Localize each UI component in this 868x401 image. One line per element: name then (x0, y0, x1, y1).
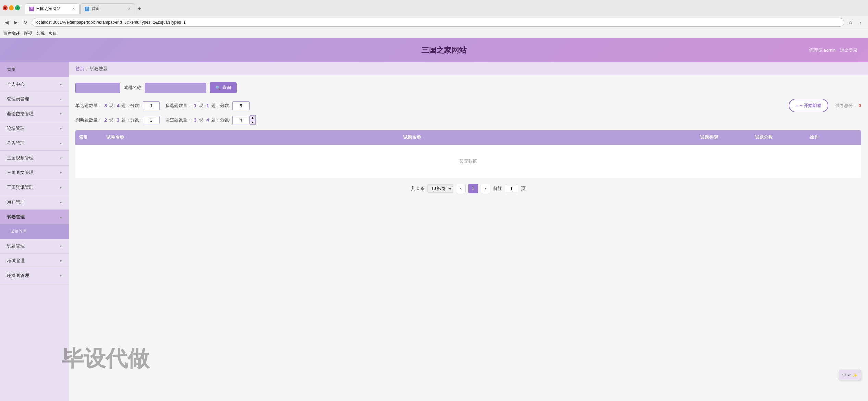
th-index-label: 索引 (79, 134, 88, 141)
tab-title-1: 三国之家网站 (36, 6, 61, 12)
menu-btn[interactable]: ⋮ (857, 19, 865, 26)
chevron-user: ▾ (60, 200, 62, 204)
sidebar-question-label: 试题管理 (7, 243, 25, 249)
sidebar-item-test[interactable]: 考试管理 ▾ (0, 254, 69, 268)
close-btn[interactable]: ✕ (3, 5, 8, 10)
sidebar-item-personal[interactable]: 个人中心 ▾ (0, 77, 69, 92)
filter-name-input[interactable] (145, 83, 206, 93)
chevron-admin: ▾ (60, 97, 62, 101)
multi-stat: 多选题数量： 1 现: 1 题；分数: (165, 101, 250, 110)
chevron-news: ▾ (60, 186, 62, 190)
sidebar-exam-sub: 试卷管理 (0, 224, 69, 239)
th-index: 索引 (75, 130, 103, 145)
sidebar-item-exam-mgmt[interactable]: 试卷管理 (0, 224, 69, 239)
start-compose-label: + 开始组卷 (800, 102, 821, 109)
next-page-btn[interactable]: › (481, 184, 490, 193)
sidebar-exam-label: 试卷管理 (7, 214, 25, 220)
query-button[interactable]: 🔍 查询 (210, 82, 237, 93)
filter-category-input[interactable] (75, 83, 120, 93)
page-unit: 页 (521, 185, 526, 192)
th-question-name[interactable]: 试题名称 ↑ (400, 130, 697, 145)
th-question-score-label: 试题分数 (755, 134, 773, 141)
back-btn[interactable]: ◀ (3, 19, 10, 26)
th-question-score[interactable]: 试题分数 (751, 130, 806, 145)
sidebar-item-question[interactable]: 试题管理 ▾ (0, 239, 69, 254)
bookmark-video1-label: 影视 (24, 31, 32, 36)
sidebar-item-news[interactable]: 三国资讯管理 ▾ (0, 180, 69, 195)
spin-buttons: ▲ ▼ (250, 115, 256, 125)
bookmark-project[interactable]: 项目 (49, 31, 57, 36)
search-icon: 🔍 (215, 85, 221, 90)
pagination: 共 0 条 10条/页 20条/页 50条/页 ‹ 1 › 前往 页 (75, 178, 861, 199)
page-1-btn[interactable]: 1 (468, 184, 478, 193)
maximize-btn[interactable]: + (15, 5, 20, 10)
judge-label: 判断题数量： (75, 117, 102, 123)
url-input[interactable] (32, 18, 844, 27)
browser-titlebar: ✕ − + 三 三国之家网站 ✕ 首 首页 ✕ + (0, 0, 868, 16)
tab-favicon-1: 三 (29, 7, 34, 11)
fill-score-input[interactable] (232, 116, 250, 124)
data-table: 索引 试卷名称 ↑ 试题名称 ↑ 试题类型 ↑ 试题分数 (75, 130, 861, 178)
single-count: 3 (104, 103, 107, 108)
app-header: 三国之家网站 管理员 admin 退出登录 (0, 38, 868, 62)
sidebar-item-home[interactable]: 首页 (0, 62, 69, 77)
sidebar-item-user[interactable]: 用户管理 ▾ (0, 195, 69, 210)
total-val: 0 (859, 103, 861, 108)
sidebar-item-carousel[interactable]: 轮播图管理 ▾ (0, 268, 69, 283)
chevron-test: ▾ (60, 259, 62, 263)
single-score-input[interactable] (143, 101, 160, 110)
logout-link[interactable]: 退出登录 (840, 47, 858, 53)
sidebar-forum-label: 论坛管理 (7, 125, 25, 132)
tab-inactive[interactable]: 首 首页 ✕ (80, 3, 135, 14)
start-compose-btn[interactable]: + + 开始组卷 (789, 99, 828, 112)
sidebar-item-admin-mgmt[interactable]: 管理员管理 ▾ (0, 92, 69, 107)
multi-now-val: 1 (206, 103, 209, 108)
sidebar-personal-label: 个人中心 (7, 81, 25, 87)
bookmark-project-label: 项目 (49, 31, 57, 36)
bookmark-video1[interactable]: 影视 (24, 31, 32, 36)
refresh-btn[interactable]: ↻ (22, 19, 29, 26)
tab-close-2[interactable]: ✕ (128, 7, 131, 11)
minimize-btn[interactable]: − (9, 5, 14, 10)
header-right: 管理员 admin 退出登录 (809, 47, 858, 53)
sidebar-item-basic-data[interactable]: 基础数据管理 ▾ (0, 107, 69, 121)
sidebar-exam-mgmt-label: 试卷管理 (10, 229, 27, 234)
th-question-type[interactable]: 试题类型 ↑ (697, 130, 751, 145)
sidebar-item-notice[interactable]: 公告管理 ▾ (0, 136, 69, 151)
sidebar-item-image[interactable]: 三国图文管理 ▾ (0, 166, 69, 180)
new-tab-btn[interactable]: + (136, 3, 143, 14)
sidebar-item-video[interactable]: 三国视频管理 ▾ (0, 151, 69, 166)
per-page-select[interactable]: 10条/页 20条/页 50条/页 (427, 184, 453, 193)
bookmark-btn[interactable]: ☆ (847, 19, 854, 26)
spin-up[interactable]: ▲ (250, 115, 256, 120)
multi-score-input[interactable] (232, 101, 250, 110)
sidebar-user-label: 用户管理 (7, 199, 25, 205)
tab-close-1[interactable]: ✕ (72, 7, 75, 11)
spin-down[interactable]: ▼ (250, 120, 256, 125)
tab-active[interactable]: 三 三国之家网站 ✕ (25, 3, 80, 14)
sidebar-image-label: 三国图文管理 (7, 170, 34, 176)
sidebar-news-label: 三国资讯管理 (7, 184, 34, 191)
forward-btn[interactable]: ▶ (13, 19, 19, 26)
bookmark-video2[interactable]: 影视 (36, 31, 45, 36)
multi-count: 1 (194, 103, 197, 108)
th-question-type-label: 试题类型 (700, 134, 718, 141)
bookmark-video2-label: 影视 (36, 31, 45, 36)
ime-widget[interactable]: 中 ✓ ✨ (839, 370, 861, 380)
stats-row-1: 单选题数量： 3 现: 4 题；分数: 多选题数量： 1 现: 1 题；分数: (75, 99, 861, 112)
address-bar: ◀ ▶ ↻ ☆ ⋮ (0, 16, 868, 29)
go-page-input[interactable] (505, 185, 518, 192)
sidebar-item-forum[interactable]: 论坛管理 ▾ (0, 121, 69, 136)
top-right-area: + + 开始组卷 试卷总分： 0 (789, 99, 861, 112)
go-label: 前往 (493, 185, 502, 192)
sidebar-item-exam[interactable]: 试卷管理 ▴ (0, 210, 69, 224)
breadcrumb-home[interactable]: 首页 (75, 66, 84, 72)
chevron-personal: ▾ (60, 83, 62, 86)
th-paper-name[interactable]: 试卷名称 ↑ (103, 130, 400, 145)
prev-page-btn[interactable]: ‹ (456, 184, 466, 193)
bookmark-translate[interactable]: 百度翻译 (3, 31, 20, 36)
judge-score-input[interactable] (143, 116, 160, 124)
filter-row: 试题名称 🔍 查询 (75, 82, 861, 93)
sidebar-test-label: 考试管理 (7, 258, 25, 264)
tab-bar: 三 三国之家网站 ✕ 首 首页 ✕ + (22, 2, 146, 14)
